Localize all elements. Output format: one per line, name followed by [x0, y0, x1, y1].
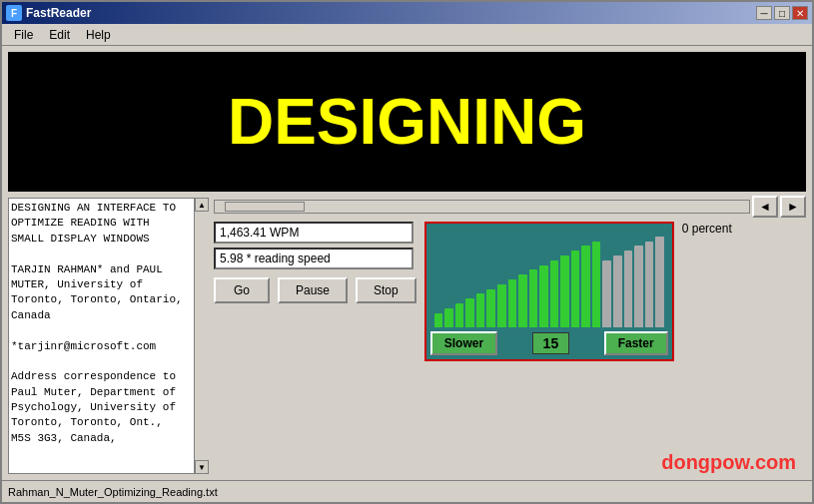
speed-chart: Slower 15 Faster	[424, 222, 674, 361]
pause-button[interactable]: Pause	[278, 277, 348, 303]
scrollbar-thumb	[225, 202, 305, 212]
chart-bar	[476, 293, 485, 327]
speed-formula-input[interactable]	[214, 248, 413, 269]
text-area[interactable]	[8, 198, 208, 474]
title-bar-left: F FastReader	[6, 5, 91, 21]
maximize-button[interactable]: □	[774, 6, 790, 20]
chart-bar	[602, 260, 611, 327]
chart-bar	[455, 303, 464, 327]
chart-bar	[571, 251, 580, 327]
action-buttons: Go Pause Stop	[214, 277, 416, 303]
current-word: DESIGNING	[228, 85, 586, 159]
text-area-container: ▲ ▼	[8, 198, 208, 474]
menu-bar: File Edit Help	[2, 24, 812, 46]
chart-bar	[634, 246, 643, 327]
window-controls: ─ □ ✕	[756, 6, 808, 20]
percent-label: 0 percent	[682, 222, 732, 236]
chart-bar	[613, 255, 622, 327]
watermark: dongpow.com	[661, 451, 796, 474]
chart-bar	[645, 242, 654, 327]
chart-bar	[518, 274, 527, 327]
inputs-column: Go Pause Stop	[214, 222, 416, 303]
scroll-track[interactable]	[195, 212, 208, 460]
middle-section: ▲ ▼ ◄ ►	[8, 198, 806, 474]
nav-back-button[interactable]: ◄	[752, 196, 778, 218]
slower-button[interactable]: Slower	[430, 331, 497, 355]
chart-bar	[486, 289, 495, 327]
window-content: DESIGNING ▲ ▼	[2, 46, 812, 502]
content-area: DESIGNING ▲ ▼	[2, 46, 812, 480]
chart-bar	[560, 255, 569, 327]
speed-value: 15	[532, 332, 570, 354]
chart-bar	[465, 298, 474, 327]
menu-help[interactable]: Help	[78, 26, 119, 44]
chart-bar	[655, 237, 664, 327]
word-display: DESIGNING	[8, 52, 806, 192]
chart-bar	[434, 313, 443, 327]
chart-bottom: Slower 15 Faster	[430, 331, 668, 355]
status-bar: Rahman_N_Muter_Optimizing_Reading.txt	[2, 480, 812, 502]
menu-file[interactable]: File	[6, 26, 41, 44]
chart-bars	[430, 228, 668, 327]
main-window: F FastReader ─ □ ✕ File Edit Help DESIGN…	[0, 0, 814, 504]
controls-row: Go Pause Stop Slower 15	[214, 222, 806, 361]
chart-bar	[497, 284, 506, 327]
minimize-button[interactable]: ─	[756, 6, 772, 20]
faster-button[interactable]: Faster	[604, 331, 668, 355]
stop-button[interactable]: Stop	[356, 277, 416, 303]
chart-bar	[550, 260, 559, 327]
scroll-down-button[interactable]: ▼	[195, 460, 209, 474]
app-icon: F	[6, 5, 22, 21]
menu-edit[interactable]: Edit	[41, 26, 78, 44]
vertical-scrollbar[interactable]: ▲ ▼	[194, 198, 208, 474]
chart-bar	[539, 265, 548, 327]
chart-bar	[508, 279, 517, 327]
chart-bar	[444, 308, 453, 327]
scroll-up-button[interactable]: ▲	[195, 198, 209, 212]
chart-bar	[624, 251, 633, 327]
status-filename: Rahman_N_Muter_Optimizing_Reading.txt	[8, 486, 218, 498]
horizontal-scrollbar[interactable]	[214, 200, 750, 214]
window-title: FastReader	[26, 6, 91, 20]
chart-bar	[581, 246, 590, 327]
nav-forward-button[interactable]: ►	[780, 196, 806, 218]
wpm-input[interactable]	[214, 222, 413, 244]
chart-bar	[529, 269, 538, 327]
chart-bar	[592, 242, 601, 327]
go-button[interactable]: Go	[214, 277, 270, 303]
left-panel: ▲ ▼	[8, 198, 208, 474]
scrollbar-h-container: ◄ ►	[214, 198, 806, 216]
close-button[interactable]: ✕	[792, 6, 808, 20]
right-section: ◄ ► Go Pause Stop	[214, 198, 806, 474]
title-bar: F FastReader ─ □ ✕	[2, 2, 812, 24]
